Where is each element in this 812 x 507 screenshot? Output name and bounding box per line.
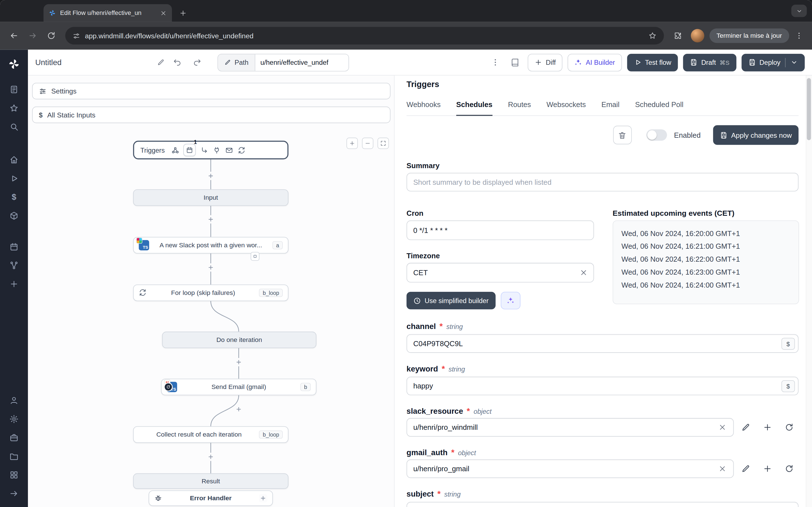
sidebar-item-folders[interactable] — [5, 448, 22, 464]
diff-button[interactable]: Diff — [528, 54, 563, 71]
email-trigger-icon[interactable] — [225, 146, 233, 154]
redo-button[interactable] — [190, 55, 204, 69]
sidebar-item-flows[interactable] — [5, 258, 22, 273]
result-node[interactable]: Result — [133, 473, 289, 489]
delete-schedule-button[interactable] — [613, 126, 631, 144]
channel-input[interactable] — [407, 334, 799, 353]
scrollbar-thumb[interactable] — [807, 78, 811, 140]
windmill-logo[interactable] — [5, 56, 22, 72]
simplified-builder-button[interactable]: Use simplified builder — [407, 292, 495, 309]
routes-trigger-icon[interactable] — [200, 146, 208, 154]
edit-title-pencil-icon[interactable] — [157, 59, 165, 66]
timezone-input[interactable] — [407, 263, 594, 283]
refresh-resource-icon[interactable] — [784, 422, 795, 433]
sidebar-item-add[interactable] — [5, 276, 22, 292]
insert-variable-button[interactable]: $ — [781, 380, 795, 392]
deploy-chevron-icon[interactable] — [790, 59, 798, 66]
sidebar-collapse-arrow[interactable] — [5, 486, 22, 501]
forward-button[interactable] — [25, 28, 40, 43]
sidebar-item-apps[interactable] — [5, 467, 22, 483]
browser-menu-icon[interactable] — [792, 29, 806, 43]
insert-step-button[interactable] — [235, 358, 243, 366]
poll-trigger-icon[interactable] — [238, 146, 246, 154]
clear-resource-icon[interactable] — [718, 464, 726, 473]
sidebar-item-search[interactable] — [5, 119, 22, 134]
browser-tab[interactable]: Edit Flow u/henri/effective_un — [43, 4, 172, 22]
sidebar-item-home[interactable] — [5, 152, 22, 168]
sidebar-item-account[interactable] — [5, 393, 22, 408]
forloop-node[interactable]: For loop (skip failures) b_loop — [133, 284, 289, 301]
summary-input[interactable] — [407, 173, 799, 191]
undo-button[interactable] — [170, 55, 184, 69]
insert-step-button[interactable] — [207, 453, 215, 461]
panel-scrollbar[interactable] — [806, 75, 812, 507]
schedule-trigger-icon[interactable]: 1 — [184, 144, 196, 156]
send-email-node[interactable]: MTS Send Email (gmail) b — [161, 379, 316, 395]
tab-webhooks[interactable]: Webhooks — [407, 100, 441, 115]
sidebar-item-resources[interactable] — [5, 208, 22, 223]
sidebar-item-workspace[interactable] — [5, 430, 22, 445]
sidebar-item-variables[interactable]: $ — [5, 189, 22, 205]
tab-email[interactable]: Email — [601, 100, 619, 115]
new-tab-button[interactable] — [176, 6, 190, 20]
sidebar-item-runs-play[interactable] — [5, 171, 22, 186]
enabled-toggle[interactable] — [646, 129, 666, 140]
keyword-input[interactable] — [407, 377, 799, 395]
draft-button[interactable]: Draft ⌘S — [683, 54, 736, 71]
tab-close-icon[interactable] — [160, 10, 167, 16]
tab-schedules[interactable]: Schedules — [456, 100, 493, 115]
add-error-handler-button[interactable] — [259, 494, 267, 502]
tab-routes[interactable]: Routes — [508, 100, 531, 115]
edit-resource-icon[interactable] — [741, 422, 751, 433]
gmail-auth-input[interactable] — [407, 459, 734, 478]
chrome-update-button[interactable]: Terminer la mise à jour — [709, 29, 790, 43]
settings-row[interactable]: Settings — [32, 83, 391, 100]
all-static-inputs-row[interactable]: $ All Static Inputs — [32, 107, 391, 123]
collect-result-node[interactable]: Collect result of each iteration b_loop — [133, 426, 289, 443]
zoom-out-button[interactable] — [362, 138, 373, 149]
reload-button[interactable] — [43, 28, 59, 43]
insert-step-button[interactable] — [207, 172, 215, 180]
profile-avatar[interactable] — [691, 29, 704, 43]
webhook-trigger-icon[interactable] — [171, 146, 179, 154]
do-one-iteration-node[interactable]: Do one iteration — [162, 332, 316, 348]
insert-step-button[interactable] — [235, 405, 243, 413]
insert-step-button[interactable] — [207, 263, 215, 272]
back-button[interactable] — [6, 28, 22, 43]
sidebar-item-runs[interactable] — [5, 82, 22, 97]
sidebar-item-favorites[interactable] — [5, 100, 22, 116]
module-action-button[interactable] — [251, 252, 259, 261]
clear-resource-icon[interactable] — [718, 423, 726, 431]
slack-step-node[interactable]: TS A new Slack post with a given wor... … — [133, 237, 289, 253]
edit-resource-icon[interactable] — [741, 464, 751, 474]
tab-websockets[interactable]: Websockets — [546, 100, 586, 115]
docs-book-icon[interactable] — [508, 55, 522, 69]
site-settings-icon[interactable] — [72, 32, 80, 40]
deploy-button[interactable]: Deploy — [741, 54, 805, 71]
websocket-trigger-icon[interactable] — [212, 146, 220, 154]
apply-changes-button[interactable]: Apply changes now — [713, 125, 799, 145]
insert-step-button[interactable] — [207, 215, 215, 223]
path-segment[interactable]: Path — [218, 54, 255, 71]
input-node[interactable]: Input — [133, 189, 289, 206]
path-input[interactable] — [255, 54, 349, 71]
add-resource-icon[interactable] — [762, 422, 773, 433]
error-handler-node[interactable]: Error Handler — [149, 490, 273, 506]
zoom-in-button[interactable] — [347, 138, 358, 149]
cron-input[interactable] — [407, 220, 594, 240]
ai-cron-button[interactable] — [500, 292, 520, 309]
tab-search-button[interactable] — [792, 5, 807, 17]
triggers-node[interactable]: Triggers 1 — [133, 141, 289, 159]
clear-timezone-icon[interactable] — [579, 269, 588, 277]
insert-variable-button[interactable]: $ — [781, 338, 795, 349]
sidebar-item-settings[interactable] — [5, 411, 22, 427]
test-flow-button[interactable]: Test flow — [627, 54, 678, 71]
more-options-icon[interactable] — [488, 55, 503, 69]
sidebar-item-schedules[interactable] — [5, 239, 22, 255]
subject-input[interactable] — [407, 502, 799, 507]
extensions-icon[interactable] — [670, 28, 686, 43]
refresh-resource-icon[interactable] — [784, 464, 795, 474]
slack-resource-input[interactable] — [407, 418, 734, 437]
address-bar[interactable]: app.windmill.dev/flows/edit/u/henri/effe… — [65, 27, 663, 45]
add-resource-icon[interactable] — [762, 464, 773, 474]
